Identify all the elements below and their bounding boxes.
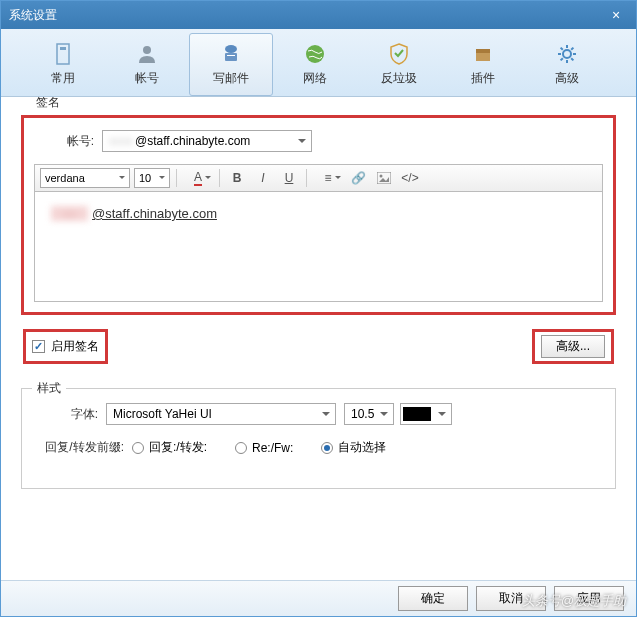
tab-label: 反垃圾 [381,70,417,87]
svg-point-6 [306,45,324,63]
tab-network[interactable]: 网络 [273,33,357,96]
titlebar: 系统设置 × [1,1,636,29]
svg-point-3 [225,45,237,53]
radio-english[interactable]: Re:/Fw: [235,441,293,455]
enable-signature-frame: 启用签名 [23,329,108,364]
signature-legend: 签名 [31,97,65,111]
source-button[interactable]: </> [399,168,421,188]
tab-label: 写邮件 [213,70,249,87]
tab-label: 网络 [303,70,327,87]
plugin-icon [471,42,495,66]
font-color-select[interactable] [400,403,452,425]
svg-rect-5 [227,55,235,56]
editor-body[interactable]: xx@staff.chinabyte.com [34,192,603,302]
tab-label: 高级 [555,70,579,87]
font-label: 字体: [38,406,98,423]
content-area: 签名 帐号: xxxx @staff.chinabyte.com verdana… [1,97,636,580]
font-select[interactable]: Microsoft YaHei UI [106,403,336,425]
gear-icon [555,42,579,66]
cancel-button[interactable]: 取消 [476,586,546,611]
footer: 确定 取消 应用 头条号@极趣手助 [1,580,636,616]
general-icon [51,42,75,66]
settings-window: 系统设置 × 常用 帐号 写邮件 网络 反垃圾 插件 高级 [0,0,637,617]
account-row: 帐号: xxxx @staff.chinabyte.com [34,130,603,152]
svg-rect-8 [476,49,490,53]
enable-signature-checkbox[interactable] [32,340,45,353]
align-button[interactable]: ≡ [313,168,343,188]
reply-prefix-label: 回复/转发前缀: [38,439,124,456]
globe-icon [303,42,327,66]
editor-size-select[interactable]: 10 [134,168,170,188]
tab-label: 常用 [51,70,75,87]
tab-antispam[interactable]: 反垃圾 [357,33,441,96]
radio-auto[interactable]: 自动选择 [321,439,386,456]
editor-font-select[interactable]: verdana [40,168,130,188]
radio-chinese[interactable]: 回复:/转发: [132,439,207,456]
advanced-button[interactable]: 高级... [541,335,605,358]
svg-line-16 [571,48,573,50]
svg-point-9 [563,50,571,58]
account-select[interactable]: xxxx @staff.chinabyte.com [102,130,312,152]
person-icon [135,42,159,66]
toolbar: 常用 帐号 写邮件 网络 反垃圾 插件 高级 [1,29,636,97]
text-color-button[interactable]: A [183,168,213,188]
image-button[interactable] [373,168,395,188]
link-button[interactable]: 🔗 [347,168,369,188]
reply-prefix-row: 回复/转发前缀: 回复:/转发: Re:/Fw: 自动选择 [38,439,599,456]
radio-icon [132,442,144,454]
radio-icon [321,442,333,454]
apply-button[interactable]: 应用 [554,586,624,611]
signature-bottom: 启用签名 高级... [21,329,616,364]
ok-button[interactable]: 确定 [398,586,468,611]
tab-account[interactable]: 帐号 [105,33,189,96]
compose-icon [219,42,243,66]
signature-fieldset: 签名 帐号: xxxx @staff.chinabyte.com verdana… [21,115,616,364]
account-label: 帐号: [34,133,94,150]
svg-rect-4 [225,53,237,61]
tab-plugin[interactable]: 插件 [441,33,525,96]
svg-point-2 [143,46,151,54]
font-row: 字体: Microsoft YaHei UI 10.5 [38,403,599,425]
signature-email: @staff.chinabyte.com [92,206,217,221]
editor-toolbar: verdana 10 A B I U ≡ 🔗 </> [34,164,603,192]
svg-line-17 [561,58,563,60]
tab-label: 插件 [471,70,495,87]
reply-prefix-group: 回复:/转发: Re:/Fw: 自动选择 [132,439,386,456]
enable-signature-label: 启用签名 [51,338,99,355]
underline-button[interactable]: U [278,168,300,188]
svg-line-14 [561,48,563,50]
tab-compose[interactable]: 写邮件 [189,33,273,96]
italic-button[interactable]: I [252,168,274,188]
close-button[interactable]: × [604,7,628,23]
tab-label: 帐号 [135,70,159,87]
window-title: 系统设置 [9,7,604,24]
svg-point-19 [380,175,383,178]
radio-icon [235,442,247,454]
tab-advanced[interactable]: 高级 [525,33,609,96]
advanced-frame: 高级... [532,329,614,364]
signature-editor: verdana 10 A B I U ≡ 🔗 </> [34,164,603,302]
svg-line-15 [571,58,573,60]
svg-rect-1 [60,47,66,50]
style-legend: 样式 [32,380,66,397]
tab-general[interactable]: 常用 [21,33,105,96]
fontsize-select[interactable]: 10.5 [344,403,394,425]
account-value: @staff.chinabyte.com [135,134,250,148]
bold-button[interactable]: B [226,168,248,188]
shield-icon [387,42,411,66]
style-fieldset: 样式 字体: Microsoft YaHei UI 10.5 回复/转发前缀: … [21,388,616,489]
